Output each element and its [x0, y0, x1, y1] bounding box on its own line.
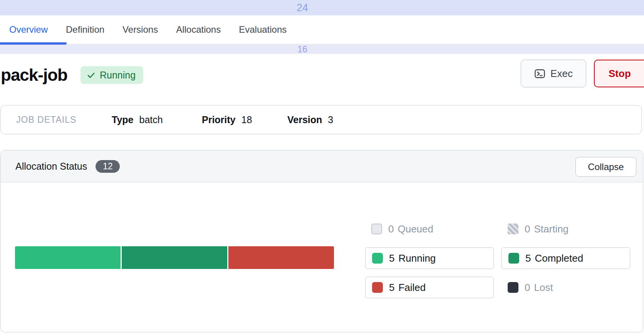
tab-definition[interactable]: Definition: [66, 24, 104, 35]
allocation-count-badge: 12: [96, 160, 120, 173]
lost-swatch: [508, 282, 518, 293]
queued-label: Queued: [397, 223, 433, 235]
stop-button[interactable]: Stop: [594, 60, 644, 87]
legend-item-queued: 0 Queued: [371, 224, 433, 234]
check-icon: [87, 71, 96, 80]
failed-count: 5: [389, 282, 394, 294]
starting-swatch: [508, 224, 518, 234]
bar-segment-failed[interactable]: [228, 246, 334, 269]
tab-versions[interactable]: Versions: [122, 24, 158, 35]
stop-button-label: Stop: [609, 68, 631, 80]
page-title: pack-job: [1, 65, 67, 85]
failed-label: Failed: [398, 282, 426, 294]
failed-swatch: [372, 282, 383, 293]
queued-swatch: [371, 224, 382, 234]
collapse-button[interactable]: Collapse: [575, 157, 636, 177]
bar-segment-running[interactable]: [15, 246, 121, 269]
spacing-annotation-band-mid: 16: [0, 45, 644, 54]
job-detail-type: Type batch: [112, 114, 163, 125]
tab-overview[interactable]: Overview: [9, 24, 48, 35]
starting-label: Starting: [534, 223, 569, 235]
bar-segment-completed[interactable]: [122, 246, 227, 269]
legend-item-lost: 0 Lost: [508, 282, 553, 293]
terminal-icon: [534, 68, 545, 79]
status-badge-label: Running: [100, 70, 136, 81]
lost-label: Lost: [534, 282, 553, 294]
job-detail-version-value: 3: [328, 114, 333, 125]
allocation-status-title: Allocation Status: [15, 161, 87, 172]
nomad-job-overview-page: 24 Overview Definition Versions Allocati…: [0, 0, 644, 334]
exec-button[interactable]: Exec: [521, 60, 586, 87]
tab-allocations[interactable]: Allocations: [176, 24, 221, 35]
job-tab-bar: Overview Definition Versions Allocations…: [0, 15, 644, 45]
allocation-status-panel: Allocation Status 12 Collapse 0 Queued 0…: [0, 150, 643, 332]
queued-count: 0: [388, 223, 394, 235]
starting-count: 0: [525, 223, 530, 235]
lost-count: 0: [525, 282, 530, 294]
tab-evaluations[interactable]: Evaluations: [239, 24, 287, 35]
running-count: 5: [389, 252, 394, 264]
legend-item-completed[interactable]: 5 Completed: [501, 247, 630, 269]
running-label: Running: [398, 252, 436, 264]
job-detail-priority-label: Priority: [202, 114, 236, 125]
job-detail-type-value: batch: [139, 114, 163, 125]
spacing-annotation-band-top: 24: [0, 0, 644, 15]
job-details-panel: JOB DETAILS Type batch Priority 18 Versi…: [0, 105, 642, 134]
job-detail-priority: Priority 18: [202, 114, 252, 125]
legend-item-failed[interactable]: 5 Failed: [365, 277, 494, 298]
spacing-annotation-value-top: 24: [297, 2, 308, 14]
job-detail-priority-value: 18: [242, 114, 252, 125]
completed-swatch: [508, 253, 519, 264]
job-detail-version-label: Version: [287, 114, 322, 125]
completed-count: 5: [525, 252, 531, 264]
allocation-bar: [15, 246, 334, 269]
job-detail-type-label: Type: [112, 114, 134, 125]
allocation-status-header: Allocation Status 12 Collapse: [1, 150, 643, 182]
completed-label: Completed: [535, 252, 583, 264]
legend-item-running[interactable]: 5 Running: [365, 247, 494, 269]
running-swatch: [372, 253, 383, 264]
spacing-annotation-value-mid: 16: [297, 44, 307, 55]
exec-button-label: Exec: [550, 68, 573, 80]
status-badge: Running: [80, 66, 143, 84]
job-detail-version: Version 3: [287, 114, 333, 125]
job-details-section-label: JOB DETAILS: [16, 115, 76, 125]
legend-item-starting: 0 Starting: [508, 224, 569, 234]
